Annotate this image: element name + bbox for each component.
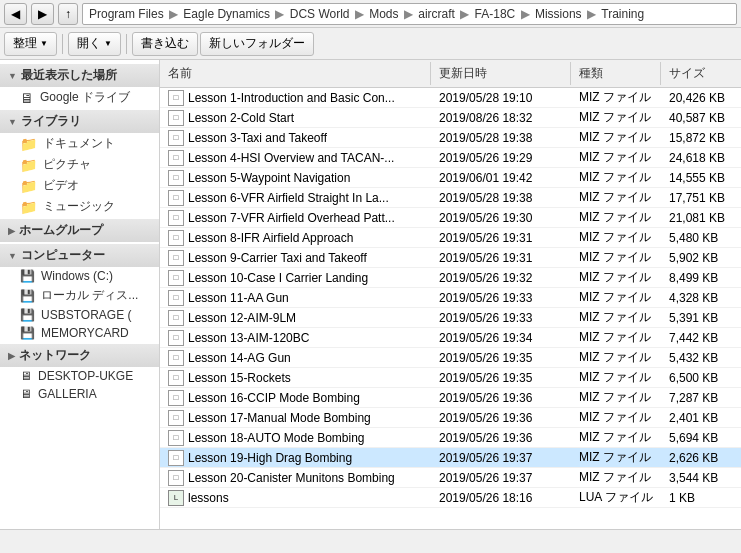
file-cell-type: MIZ ファイル <box>571 408 661 427</box>
file-cell-type: MIZ ファイル <box>571 288 661 307</box>
file-cell-date: 2019/05/26 19:36 <box>431 430 571 446</box>
file-name: Lesson 1-Introduction and Basic Con... <box>188 91 395 105</box>
file-cell-name: □ Lesson 4-HSI Overview and TACAN-... <box>160 149 431 167</box>
table-row[interactable]: □ Lesson 3-Taxi and Takeoff 2019/05/28 1… <box>160 128 741 148</box>
column-header-date[interactable]: 更新日時 <box>431 62 571 85</box>
file-name: Lesson 17-Manual Mode Bombing <box>188 411 371 425</box>
file-type-icon: □ <box>168 370 184 386</box>
sidebar-item-memcard[interactable]: 💾 MEMORYCARD <box>0 324 159 342</box>
file-cell-size: 5,391 KB <box>661 310 741 326</box>
file-type-icon: □ <box>168 470 184 486</box>
back-button[interactable]: ◀ <box>4 3 27 25</box>
sidebar-item-windows-c[interactable]: 💾 Windows (C:) <box>0 267 159 285</box>
table-row[interactable]: □ Lesson 4-HSI Overview and TACAN-... 20… <box>160 148 741 168</box>
file-cell-name: □ Lesson 2-Cold Start <box>160 109 431 127</box>
file-cell-date: 2019/08/26 18:32 <box>431 110 571 126</box>
file-name: Lesson 7-VFR Airfield Overhead Patt... <box>188 211 395 225</box>
organize-button[interactable]: 整理 ▼ <box>4 32 57 56</box>
table-row[interactable]: L lessons 2019/05/26 18:16 LUA ファイル 1 KB <box>160 488 741 508</box>
drive-mem-icon: 💾 <box>20 326 35 340</box>
table-row[interactable]: □ Lesson 11-AA Gun 2019/05/26 19:33 MIZ … <box>160 288 741 308</box>
file-cell-type: MIZ ファイル <box>571 188 661 207</box>
sidebar-header-recent[interactable]: ▼ 最近表示した場所 <box>0 64 159 87</box>
new-folder-button[interactable]: 新しいフォルダー <box>200 32 314 56</box>
file-name: Lesson 19-High Drag Bombing <box>188 451 352 465</box>
sidebar-item-local-disk[interactable]: 💾 ローカル ディス... <box>0 285 159 306</box>
column-header-name[interactable]: 名前 <box>160 62 431 85</box>
sidebar-header-computer[interactable]: ▼ コンピューター <box>0 244 159 267</box>
file-type-icon: □ <box>168 190 184 206</box>
file-cell-type: MIZ ファイル <box>571 248 661 267</box>
sidebar-item-label: Windows (C:) <box>41 269 113 283</box>
file-cell-name: □ Lesson 12-AIM-9LM <box>160 309 431 327</box>
table-row[interactable]: □ Lesson 8-IFR Airfield Approach 2019/05… <box>160 228 741 248</box>
write-button[interactable]: 書き込む <box>132 32 198 56</box>
breadcrumb-part-0: Program Files <box>89 7 164 21</box>
file-cell-type: MIZ ファイル <box>571 368 661 387</box>
sidebar-item-google-drive[interactable]: 🖥 Google ドライブ <box>0 87 159 108</box>
table-row[interactable]: □ Lesson 18-AUTO Mode Bombing 2019/05/26… <box>160 428 741 448</box>
file-cell-size: 2,401 KB <box>661 410 741 426</box>
sidebar-header-homegroup[interactable]: ▶ ホームグループ <box>0 219 159 242</box>
file-name: Lesson 3-Taxi and Takeoff <box>188 131 327 145</box>
file-type-icon: □ <box>168 230 184 246</box>
sidebar-computer-label: コンピューター <box>21 247 105 264</box>
table-row[interactable]: □ Lesson 7-VFR Airfield Overhead Patt...… <box>160 208 741 228</box>
file-list-header: 名前 更新日時 種類 サイズ <box>160 60 741 88</box>
sidebar-item-video[interactable]: 📁 ビデオ <box>0 175 159 196</box>
main-area: ▼ 最近表示した場所 🖥 Google ドライブ ▼ ライブラリ 📁 ドキュメン… <box>0 60 741 529</box>
table-row[interactable]: □ Lesson 5-Waypoint Navigation 2019/06/0… <box>160 168 741 188</box>
sidebar-item-label: DESKTOP-UKGE <box>38 369 133 383</box>
table-row[interactable]: □ Lesson 20-Canister Munitons Bombing 20… <box>160 468 741 488</box>
sidebar-item-documents[interactable]: 📁 ドキュメント <box>0 133 159 154</box>
table-row[interactable]: □ Lesson 17-Manual Mode Bombing 2019/05/… <box>160 408 741 428</box>
column-header-size[interactable]: サイズ <box>661 62 741 85</box>
sidebar-item-desktop[interactable]: 🖥 DESKTOP-UKGE <box>0 367 159 385</box>
table-row[interactable]: □ Lesson 6-VFR Airfield Straight In La..… <box>160 188 741 208</box>
file-type-icon: □ <box>168 310 184 326</box>
table-row[interactable]: □ Lesson 15-Rockets 2019/05/26 19:35 MIZ… <box>160 368 741 388</box>
sidebar-item-galleria[interactable]: 🖥 GALLERIA <box>0 385 159 403</box>
sidebar-item-label: ミュージック <box>43 198 115 215</box>
table-row[interactable]: □ Lesson 1-Introduction and Basic Con...… <box>160 88 741 108</box>
file-cell-date: 2019/05/26 19:31 <box>431 230 571 246</box>
new-folder-label: 新しいフォルダー <box>209 35 305 52</box>
open-button[interactable]: 開く ▼ <box>68 32 121 56</box>
table-row[interactable]: □ Lesson 13-AIM-120BC 2019/05/26 19:34 M… <box>160 328 741 348</box>
sidebar-item-usb[interactable]: 💾 USBSTORAGE ( <box>0 306 159 324</box>
file-cell-size: 1 KB <box>661 490 741 506</box>
table-row[interactable]: □ Lesson 12-AIM-9LM 2019/05/26 19:33 MIZ… <box>160 308 741 328</box>
sidebar-item-pictures[interactable]: 📁 ピクチャ <box>0 154 159 175</box>
sidebar-recent-label: 最近表示した場所 <box>21 67 117 84</box>
breadcrumb-part-3: Mods <box>369 7 398 21</box>
file-name: Lesson 2-Cold Start <box>188 111 294 125</box>
file-cell-name: □ Lesson 10-Case I Carrier Landing <box>160 269 431 287</box>
column-header-type[interactable]: 種類 <box>571 62 661 85</box>
up-button[interactable]: ↑ <box>58 3 78 25</box>
file-type-icon: □ <box>168 430 184 446</box>
sidebar: ▼ 最近表示した場所 🖥 Google ドライブ ▼ ライブラリ 📁 ドキュメン… <box>0 60 160 529</box>
sidebar-item-music[interactable]: 📁 ミュージック <box>0 196 159 217</box>
table-row[interactable]: □ Lesson 10-Case I Carrier Landing 2019/… <box>160 268 741 288</box>
file-cell-name: □ Lesson 14-AG Gun <box>160 349 431 367</box>
file-name: Lesson 9-Carrier Taxi and Takeoff <box>188 251 367 265</box>
file-cell-size: 4,328 KB <box>661 290 741 306</box>
file-area: 名前 更新日時 種類 サイズ □ Lesson 1-Introduction a… <box>160 60 741 529</box>
table-row[interactable]: □ Lesson 2-Cold Start 2019/08/26 18:32 M… <box>160 108 741 128</box>
organize-dropdown-icon: ▼ <box>40 39 48 48</box>
sidebar-header-library[interactable]: ▼ ライブラリ <box>0 110 159 133</box>
file-name: Lesson 20-Canister Munitons Bombing <box>188 471 395 485</box>
forward-button[interactable]: ▶ <box>31 3 54 25</box>
table-row[interactable]: □ Lesson 16-CCIP Mode Bombing 2019/05/26… <box>160 388 741 408</box>
file-type-icon: L <box>168 490 184 506</box>
file-cell-type: MIZ ファイル <box>571 148 661 167</box>
breadcrumb[interactable]: Program Files ▶ Eagle Dynamics ▶ DCS Wor… <box>82 3 737 25</box>
sidebar-section-computer: ▼ コンピューター 💾 Windows (C:) 💾 ローカル ディス... 💾… <box>0 244 159 342</box>
file-name: Lesson 13-AIM-120BC <box>188 331 309 345</box>
file-cell-name: □ Lesson 5-Waypoint Navigation <box>160 169 431 187</box>
file-cell-type: MIZ ファイル <box>571 128 661 147</box>
table-row[interactable]: □ Lesson 9-Carrier Taxi and Takeoff 2019… <box>160 248 741 268</box>
table-row[interactable]: □ Lesson 19-High Drag Bombing 2019/05/26… <box>160 448 741 468</box>
sidebar-header-network[interactable]: ▶ ネットワーク <box>0 344 159 367</box>
table-row[interactable]: □ Lesson 14-AG Gun 2019/05/26 19:35 MIZ … <box>160 348 741 368</box>
